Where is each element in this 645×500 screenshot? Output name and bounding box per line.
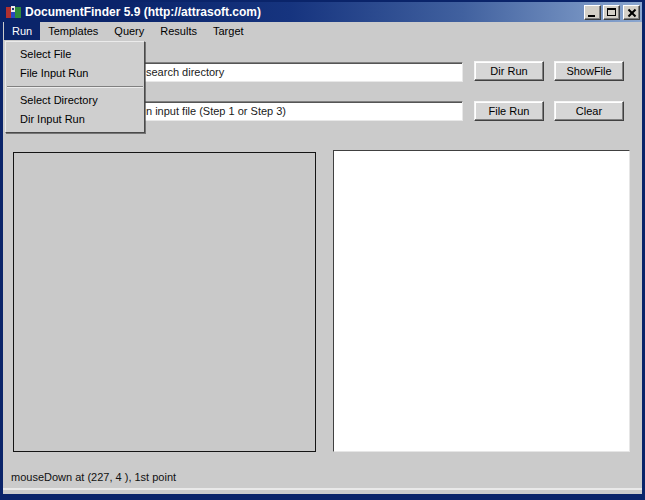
minimize-icon xyxy=(588,15,595,17)
close-button[interactable] xyxy=(623,5,640,20)
menu-separator xyxy=(7,86,143,88)
run-dropdown-menu: Select File File Input Run Select Direct… xyxy=(5,41,145,133)
maximize-icon xyxy=(607,8,616,16)
menu-templates[interactable]: Templates xyxy=(40,22,106,40)
window-title: DocumentFinder 5.9 (http://attrasoft.com… xyxy=(25,5,582,19)
app-icon[interactable] xyxy=(6,5,21,20)
results-panel[interactable] xyxy=(333,150,630,452)
content-area: Dir Run ShowFile File Run Clear mouseDow… xyxy=(3,40,642,494)
menu-item-file-input-run[interactable]: File Input Run xyxy=(6,64,144,83)
menu-item-select-file[interactable]: Select File xyxy=(6,45,144,64)
menu-query[interactable]: Query xyxy=(106,22,152,40)
menu-results[interactable]: Results xyxy=(152,22,205,40)
menubar: Run Templates Query Results Target xyxy=(3,22,642,40)
menu-run[interactable]: Run xyxy=(4,22,40,40)
menu-item-select-directory[interactable]: Select Directory xyxy=(6,91,144,110)
image-display-panel[interactable] xyxy=(13,152,316,452)
app-window: DocumentFinder 5.9 (http://attrasoft.com… xyxy=(0,0,645,500)
titlebar[interactable]: DocumentFinder 5.9 (http://attrasoft.com… xyxy=(3,2,642,22)
maximize-button[interactable] xyxy=(603,5,620,20)
status-message: mouseDown at (227, 4 ), 1st point xyxy=(11,471,176,483)
clear-button[interactable]: Clear xyxy=(554,101,624,121)
window-bottom-edge xyxy=(3,488,642,490)
minimize-button[interactable] xyxy=(584,5,601,20)
menu-target[interactable]: Target xyxy=(205,22,252,40)
file-run-button[interactable]: File Run xyxy=(474,101,544,121)
menu-item-dir-input-run[interactable]: Dir Input Run xyxy=(6,110,144,129)
dir-run-button[interactable]: Dir Run xyxy=(474,61,544,81)
close-icon xyxy=(627,8,636,17)
show-file-button[interactable]: ShowFile xyxy=(554,61,624,81)
